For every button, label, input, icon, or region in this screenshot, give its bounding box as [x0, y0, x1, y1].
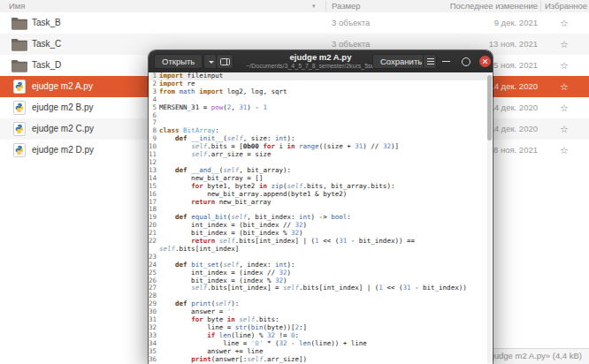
code-line: 8class BitArray: [149, 127, 493, 135]
code-line: 4 [149, 96, 493, 104]
star-icon[interactable]: ☆ [556, 76, 572, 97]
code-line: 36 print(answer[:self.arr_size]) [149, 356, 493, 364]
star-icon[interactable]: ☆ [556, 140, 572, 161]
column-header-modified[interactable]: Последнее изменение [442, 0, 538, 12]
code-line: 27 self.bits[int_index] = self.bits[int_… [149, 284, 493, 292]
save-button[interactable]: Сохранить [372, 54, 430, 69]
new-tab-button[interactable] [216, 54, 233, 69]
code-line: 24 def bit_set(self, index: int): [149, 262, 493, 269]
column-header-starred[interactable]: Избранное [545, 0, 587, 12]
code-line: 11 self.arr_size = size [149, 151, 493, 159]
code-line: 10 self.bits = [0b00 for i in range((siz… [149, 143, 493, 151]
code-line: 32 line = str(bin(byte))[2:] [149, 324, 493, 332]
code-text [159, 112, 493, 120]
star-icon[interactable]: ☆ [556, 55, 572, 76]
folder-icon [11, 17, 28, 30]
code-line: 6 [149, 112, 493, 120]
code-text: import fileinput [159, 72, 493, 80]
code-line: 28 [149, 292, 493, 300]
star-icon[interactable]: ☆ [556, 34, 572, 55]
code-line: 2import re [149, 80, 493, 88]
code-line: 13 def __and__(self, bit_array): [149, 167, 493, 175]
code-text: for byte in self.bits: [159, 316, 493, 324]
code-text: line = '0' * (32 - len(line)) + line [159, 340, 493, 348]
code-text: answer = '' [159, 308, 493, 316]
text-editor-window: Открыть ejudge m2 A.py ~/Documents/3_4_5… [149, 50, 493, 364]
file-modified-date: 9 дек. 2021 [442, 12, 538, 34]
python-file-icon [13, 122, 26, 136]
star-icon[interactable]: ☆ [556, 97, 572, 118]
file-name: Task_B [32, 12, 61, 34]
code-text: import re [159, 80, 493, 88]
code-line: 30 answer = '' [149, 308, 493, 316]
code-text [159, 96, 493, 104]
star-icon[interactable]: ☆ [556, 12, 572, 34]
file-size: 3 объекта [332, 12, 370, 34]
star-icon[interactable]: ☆ [556, 118, 572, 140]
python-file-icon [13, 122, 26, 136]
code-line: 14 new_bit_array = [] [149, 175, 493, 183]
maximize-button[interactable] [462, 57, 470, 66]
code-text [159, 206, 493, 214]
column-divider [540, 1, 541, 11]
code-text: print(answer[:self.arr_size]) [159, 356, 493, 364]
code-line: 21 bit_index = (bit_index % 32) [149, 230, 493, 238]
code-line: 19 def equal_bit(self, bit_index: int) -… [149, 214, 493, 222]
code-line: 26 bit_index = (index % 32) [149, 277, 493, 285]
code-text [159, 292, 493, 300]
code-line: 7 [149, 119, 493, 127]
code-text: bit_index = (index % 32) [159, 277, 493, 285]
code-line: 1import fileinput [149, 72, 493, 80]
editor-headerbar: Открыть ejudge m2 A.py ~/Documents/3_4_5… [149, 50, 493, 73]
sort-descending-icon[interactable]: ▾ [312, 0, 316, 12]
file-row[interactable]: Task_B3 объекта9 дек. 2021☆ [0, 12, 589, 34]
column-header-size[interactable]: Размер [332, 0, 361, 12]
code-text: MERSENN_31 = pow(2, 31) - 1 [159, 104, 493, 112]
code-text: return self.bits[int_index] | (1 << (31 … [159, 238, 493, 246]
line-number: 36 [149, 356, 159, 364]
python-file-icon [13, 101, 26, 115]
code-line: 33 if len(line) % 32 != 0: [149, 332, 493, 340]
folder-icon [11, 59, 28, 72]
file-name: ejudge m2 B.py [32, 97, 94, 118]
code-line: self.bits[int_index] [149, 246, 493, 254]
folder-icon [11, 17, 28, 30]
code-text: int_index = (bit_index // 32) [159, 222, 493, 230]
minimize-button[interactable] [442, 61, 450, 62]
code-text: def __init__(self, size: int): [159, 135, 493, 143]
column-header-name[interactable]: Имя [9, 0, 26, 12]
code-line: 23 [149, 254, 493, 262]
code-text [159, 159, 493, 167]
close-button[interactable] [479, 56, 491, 67]
python-file-icon [13, 80, 26, 94]
code-line: 15 for byte1, byte2 in zip(self.bits, bi… [149, 183, 493, 191]
code-line: 12 [149, 159, 493, 167]
code-text: line = str(bin(byte))[2:] [159, 324, 493, 332]
python-file-icon [13, 143, 26, 157]
open-button[interactable]: Открыть [154, 54, 203, 69]
code-text: self.bits = [0b00 for i in range((size +… [159, 143, 493, 151]
code-text [159, 119, 493, 127]
code-editing-area[interactable]: 1import fileinput2import re3from math im… [149, 72, 493, 364]
code-lines: 1import fileinput2import re3from math im… [149, 72, 493, 364]
code-line: 35 answer += line [149, 348, 493, 356]
scrollbar-thumb[interactable] [487, 75, 492, 140]
code-text [159, 254, 493, 262]
vertical-scrollbar[interactable] [487, 73, 492, 363]
open-button-group: Открыть [154, 54, 218, 69]
code-text: class BitArray: [159, 127, 493, 135]
python-file-icon [13, 80, 26, 94]
file-name: Task_C [32, 34, 61, 55]
code-text: def __and__(self, bit_array): [159, 167, 493, 175]
folder-icon [11, 38, 28, 51]
menu-button[interactable] [423, 54, 437, 69]
code-text: new_bit_array.append(byte1 & byte2) [159, 191, 493, 199]
code-text: bit_index = (bit_index % 32) [159, 230, 493, 238]
code-line: 9 def __init__(self, size: int): [149, 135, 493, 143]
file-name: ejudge m2 D.py [32, 140, 94, 161]
code-text: answer += line [159, 348, 493, 356]
code-text: def equal_bit(self, bit_index: int) -> b… [159, 214, 493, 222]
code-text: self.arr_size = size [159, 151, 493, 159]
code-line: 22 return self.bits[int_index] | (1 << (… [149, 238, 493, 246]
file-name: ejudge m2 C.py [32, 118, 94, 140]
